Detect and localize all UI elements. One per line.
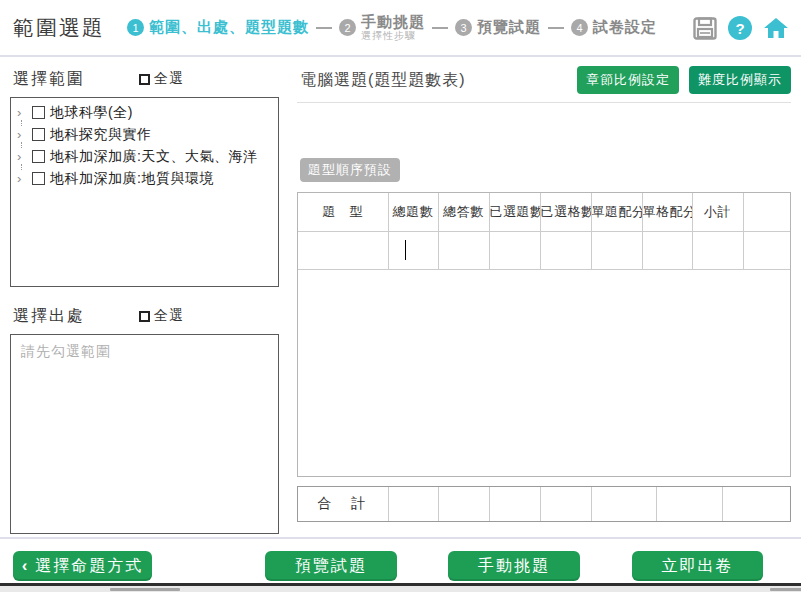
cell-score-per-cell[interactable] <box>642 231 692 269</box>
cutoff-content <box>110 588 180 591</box>
tree-item-label: 地科加深加廣:天文、大氣、海洋 <box>50 148 257 166</box>
question-order-preset-badge[interactable]: 題型順序預設 <box>300 158 400 182</box>
totals-cell <box>489 487 540 521</box>
back-to-method-button[interactable]: 選擇命題方式 <box>13 551 152 581</box>
step-4: 4 試卷設定 <box>571 18 657 37</box>
col-subtotal: 小計 <box>692 193 743 231</box>
cutoff-content <box>0 586 801 592</box>
col-question-type: 題 型 <box>298 193 388 231</box>
col-total-answers: 總答數 <box>438 193 489 231</box>
totals-cell <box>722 487 790 521</box>
step-divider <box>432 27 448 29</box>
step-1: 1 範圍、出處、題型題數 <box>127 18 309 37</box>
footer-divider <box>0 537 801 539</box>
totals-table: 合 計 <box>298 487 790 521</box>
source-section-title: 選擇出處 <box>10 306 139 327</box>
source-section-header: 選擇出處 全選 <box>10 303 279 329</box>
tree-item-checkbox[interactable] <box>32 172 45 185</box>
save-icon[interactable] <box>693 17 717 40</box>
totals-cell <box>656 487 722 521</box>
step-1-label: 範圍、出處、題型題數 <box>149 18 309 37</box>
tree-item-label: 地球科學(全) <box>50 104 133 122</box>
chevron-right-icon[interactable] <box>17 129 29 141</box>
range-section-header: 選擇範圍 全選 <box>10 66 279 92</box>
tree-item-checkbox[interactable] <box>32 128 45 141</box>
question-type-table: 題 型 總題數 總答數 已選題數 已選格數 單題配分 單格配分 小計 <box>298 193 790 270</box>
tree-item[interactable]: 地球科學(全) <box>17 103 274 122</box>
step-2: 2 手動挑題 選擇性步驟 <box>339 14 425 42</box>
step-4-label: 試卷設定 <box>593 18 657 37</box>
tree-item-checkbox[interactable] <box>32 150 45 163</box>
totals-cell <box>591 487 656 521</box>
page-title: 範圍選題 <box>13 14 105 42</box>
col-score-per-question: 單題配分 <box>591 193 642 231</box>
tree-item[interactable]: 地科加深加廣:天文、大氣、海洋 <box>17 147 274 166</box>
table-header-row: 題 型 總題數 總答數 已選題數 已選格數 單題配分 單格配分 小計 <box>298 193 790 231</box>
generate-paper-button[interactable]: 立即出卷 <box>632 551 763 581</box>
tree-item-label: 地科探究與實作 <box>50 126 152 144</box>
cell-total-answers[interactable] <box>438 231 489 269</box>
step-4-number: 4 <box>571 19 588 36</box>
totals-cell <box>438 487 489 521</box>
range-section-title: 選擇範圍 <box>10 69 139 90</box>
section-divider <box>297 102 791 103</box>
totals-row: 合 計 <box>298 487 790 521</box>
tree-item-label: 地科加深加廣:地質與環境 <box>50 170 214 188</box>
main-title: 電腦選題(題型題數表) <box>300 70 466 91</box>
col-selected-cells: 已選格數 <box>540 193 591 231</box>
chapter-ratio-button[interactable]: 章節比例設定 <box>577 66 679 94</box>
range-tree[interactable]: 地球科學(全) 地科探究與實作 地科加深加廣:天文、大氣、海洋 地科加深加廣:地… <box>10 97 279 287</box>
cell-total-questions[interactable] <box>388 231 438 269</box>
totals-row-container: 合 計 <box>297 486 791 522</box>
chevron-right-icon[interactable] <box>17 151 29 163</box>
tree-item-checkbox[interactable] <box>32 106 45 119</box>
header-bar: 範圍選題 1 範圍、出處、題型題數 2 手動挑題 選擇性步驟 3 預覽試題 4 <box>0 0 801 57</box>
tree-item[interactable]: 地科加深加廣:地質與環境 <box>17 169 274 188</box>
col-total-questions: 總題數 <box>388 193 438 231</box>
cell-selected-questions[interactable] <box>489 231 540 269</box>
source-select-all-checkbox[interactable] <box>139 311 150 322</box>
totals-cell <box>540 487 591 521</box>
step-indicator: 1 範圍、出處、題型題數 2 手動挑題 選擇性步驟 3 預覽試題 4 試卷設定 <box>127 14 657 42</box>
left-panel: 選擇範圍 全選 地球科學(全) 地科探究與實作 地科加深加廣:天文、大氣、 <box>10 66 279 534</box>
step-2-sublabel: 選擇性步驟 <box>361 30 425 41</box>
manual-pick-button[interactable]: 手動挑題 <box>448 551 580 581</box>
cell-question-type[interactable] <box>298 231 388 269</box>
cell-selected-cells[interactable] <box>540 231 591 269</box>
chevron-right-icon[interactable] <box>17 107 29 119</box>
tree-item[interactable]: 地科探究與實作 <box>17 125 274 144</box>
text-caret <box>405 240 406 260</box>
totals-label: 合 計 <box>298 487 388 521</box>
table-row <box>298 231 790 269</box>
totals-cell <box>388 487 438 521</box>
app-window: 範圍選題 1 範圍、出處、題型題數 2 手動挑題 選擇性步驟 3 預覽試題 4 <box>0 0 801 592</box>
col-empty <box>743 193 790 231</box>
step-2-label: 手動挑題 <box>361 14 425 31</box>
cutoff-content <box>770 588 801 591</box>
source-select-all-label: 全選 <box>154 307 184 325</box>
step-3: 3 預覽試題 <box>455 18 541 37</box>
source-list[interactable]: 請先勾選範圍 <box>10 334 279 534</box>
source-placeholder: 請先勾選範圍 <box>21 343 268 361</box>
col-score-per-cell: 單格配分 <box>642 193 692 231</box>
cell-subtotal[interactable] <box>692 231 743 269</box>
help-icon[interactable] <box>728 16 752 40</box>
difficulty-ratio-button[interactable]: 難度比例顯示 <box>689 66 791 94</box>
step-divider <box>316 27 332 29</box>
question-type-table-container: 題 型 總題數 總答數 已選題數 已選格數 單題配分 單格配分 小計 <box>297 192 791 477</box>
cell-score-per-question[interactable] <box>591 231 642 269</box>
main-panel: 電腦選題(題型題數表) 章節比例設定 難度比例顯示 題型順序預設 題 型 總題數… <box>297 62 791 524</box>
range-select-all-checkbox[interactable] <box>139 74 150 85</box>
step-1-number: 1 <box>127 19 144 36</box>
cell-empty <box>743 231 790 269</box>
step-2-number: 2 <box>339 19 356 36</box>
col-selected-questions: 已選題數 <box>489 193 540 231</box>
chevron-right-icon[interactable] <box>17 173 29 185</box>
step-3-label: 預覽試題 <box>477 18 541 37</box>
home-icon[interactable] <box>763 16 789 40</box>
range-select-all-label: 全選 <box>154 70 184 88</box>
step-divider <box>548 27 564 29</box>
preview-questions-button[interactable]: 預覽試題 <box>265 551 397 581</box>
step-3-number: 3 <box>455 19 472 36</box>
